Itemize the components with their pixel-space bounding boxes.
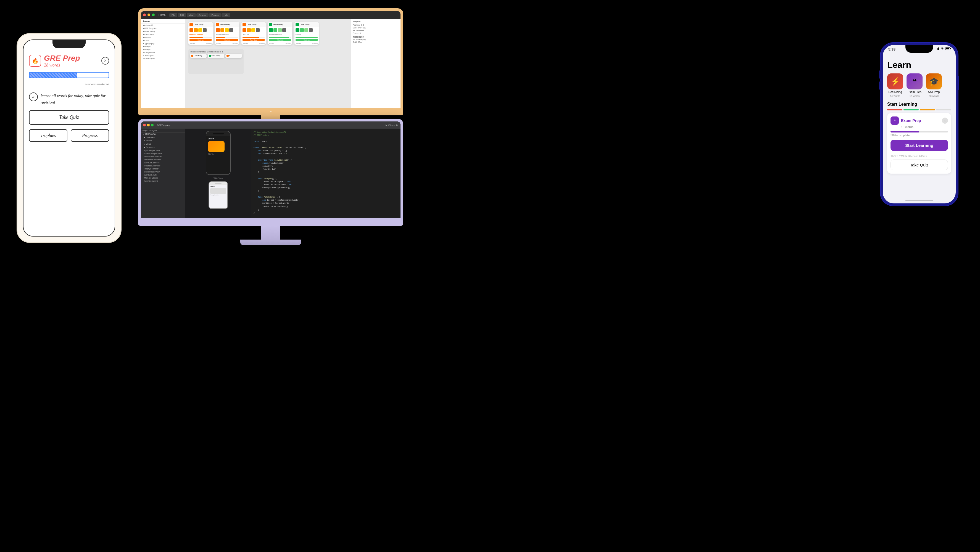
- xcode-nav-item[interactable]: LearnViewController: [141, 155, 185, 158]
- right-panel-weight: Bold, 32px: [353, 41, 399, 43]
- seg-red: [887, 109, 902, 110]
- imac-bottom-base: [240, 240, 301, 245]
- sketch-check-icon: ✓: [29, 92, 38, 101]
- xcode-nav-item[interactable]: AppDelegate.swift: [141, 149, 185, 152]
- code-blank: [254, 137, 398, 140]
- imac-chin-dot: [270, 111, 272, 112]
- xcode-project-name: GREPrepApp: [157, 124, 170, 127]
- xcode-nav-item[interactable]: Assets.xcassets: [141, 179, 185, 182]
- xcode-nav-item[interactable]: Main.storyboard: [141, 176, 185, 179]
- status-icons: [936, 47, 950, 50]
- figma-layer-item: • Cards View: [141, 33, 185, 36]
- sketch-progress-bar: [29, 72, 109, 78]
- app-icon-sat-prep[interactable]: 🎓 SAT Prep 30 words: [926, 73, 942, 97]
- xcode-navigator: Project Navigator ▸ GREPrepApp ▸ Control…: [141, 128, 185, 218]
- sketch-trophies-button[interactable]: Trophies: [29, 129, 67, 142]
- figma-tab-edit[interactable]: Edit: [178, 13, 186, 17]
- progress-fill: [296, 37, 318, 38]
- xcode-nav-item[interactable]: WordListController: [141, 161, 185, 164]
- figma-layer-item: • Artboard 1: [141, 24, 185, 27]
- code-close-2: }: [254, 190, 398, 193]
- xcode-nav-item[interactable]: CustomTableView: [141, 170, 185, 173]
- battery-nub: [950, 48, 951, 49]
- sketch-message-text: learnt all words for today, take quiz fo…: [41, 92, 109, 106]
- right-panel-text-header: Typography: [353, 36, 399, 38]
- icon-2: [220, 28, 224, 32]
- figma-tab-plugins[interactable]: Plugins: [209, 13, 221, 17]
- figma-tab-view[interactable]: View: [187, 13, 196, 17]
- red-rising-icon[interactable]: ⚡: [887, 73, 903, 89]
- learn-card-percent: 50% complete: [891, 133, 948, 137]
- xcode-nav-item[interactable]: TrophyController: [141, 167, 185, 170]
- mini-btn-2[interactable]: Take Quiz: [216, 39, 238, 41]
- figma-card-1-icon: [189, 23, 193, 26]
- code-blank-2: [254, 143, 398, 146]
- xcode-nav-item[interactable]: ▸ GREPrepApp: [141, 132, 185, 136]
- mini-btn-5[interactable]: Continue: [296, 39, 318, 41]
- figma-layer-item: • Typography: [141, 42, 185, 45]
- xcode-nav-item[interactable]: ProgressController: [141, 164, 185, 167]
- xcode-nav-item[interactable]: ▸ Controllers: [141, 136, 185, 139]
- sketch-progress-button[interactable]: Progress: [71, 129, 109, 142]
- traffic-light-yellow[interactable]: [148, 14, 150, 16]
- xcode-tl-yellow[interactable]: [147, 124, 150, 127]
- code-fetch-3: tableView.reloadData(): [254, 205, 398, 208]
- imac-top-unit: Figma File Edit View Arrange Plugins Hel…: [135, 8, 406, 135]
- xcode-nav-item[interactable]: ▸ Models: [141, 139, 185, 143]
- red-rising-label: Red Rising: [889, 90, 902, 94]
- figma-tab-help[interactable]: Help: [221, 13, 231, 17]
- sat-prep-icon[interactable]: 🎓: [926, 73, 942, 89]
- mini-footer: Trophies Progress: [215, 42, 239, 45]
- sketch-header: 🔥 GRE Prep 28 words ×: [29, 54, 109, 68]
- traffic-light-red[interactable]: [143, 14, 146, 16]
- imac-bottom-screen: GREPrepApp ▶ iPhone 14 Project Navigator…: [141, 121, 401, 218]
- xcode-nav-item[interactable]: QuizViewController: [141, 158, 185, 161]
- code-super: super.viewDidLoad(): [254, 162, 398, 165]
- mini-btn-3[interactable]: Take Quiz: [242, 39, 265, 41]
- learn-card-subtitle: 18 words: [891, 125, 948, 128]
- iphone-wrapper: 5:38: [881, 43, 958, 206]
- app-icon-red-rising[interactable]: ⚡ Red Rising 51 words: [887, 73, 903, 97]
- sketch-close-btn[interactable]: ×: [101, 57, 109, 65]
- take-quiz-button[interactable]: Take Quiz: [891, 160, 948, 170]
- figma-tab-arrange[interactable]: Arrange: [196, 13, 208, 17]
- figma-tab-file[interactable]: File: [169, 13, 177, 17]
- xcode-run-btn[interactable]: ▶: [386, 124, 387, 127]
- xcode-tl-green[interactable]: [151, 124, 154, 127]
- code-var-2: var currentIndex: Int = 0: [254, 152, 398, 155]
- imac-bottom-bezel: GREPrepApp ▶ iPhone 14 Project Navigator…: [138, 119, 403, 218]
- svg-rect-2: [937, 48, 938, 50]
- xcode-code-editor[interactable]: // LearnViewController.swift // GREPrepA…: [251, 128, 401, 218]
- learn-card-header: ❝ Exam Prep ×: [891, 116, 948, 125]
- trophies: Trophies: [269, 43, 274, 44]
- seg-yellow: [920, 109, 935, 110]
- xcode-nav-item[interactable]: ▸ Views: [141, 143, 185, 146]
- app-icon-exam-prep[interactable]: ❝ Exam Prep 18 words: [907, 73, 923, 97]
- exam-prep-symbol: ❝: [913, 77, 917, 86]
- panel-card-3: L...: [225, 54, 242, 58]
- iphone-volume-up: [879, 70, 881, 79]
- signal-icon: [936, 48, 939, 50]
- xcode-nav-item[interactable]: SceneDelegate.swift: [141, 152, 185, 155]
- iphone-content: Learn ⚡ Red Rising 51 words ❝ Exa: [883, 57, 956, 203]
- learn-card-close-btn[interactable]: ×: [942, 117, 948, 124]
- traffic-light-green[interactable]: [152, 14, 155, 16]
- sketch-bottom-buttons: Trophies Progress: [29, 129, 109, 142]
- figma-layers-header: Layers: [141, 19, 185, 24]
- exam-prep-icon[interactable]: ❝: [907, 73, 923, 89]
- xcode-tl-red[interactable]: [143, 124, 146, 127]
- xcode-nav-item[interactable]: WordCell.swift: [141, 173, 185, 176]
- start-learning-button[interactable]: Start Learning: [891, 140, 948, 151]
- mini-btn[interactable]: Continue: [189, 39, 212, 41]
- sketch-quiz-button[interactable]: Take Quiz: [29, 110, 109, 125]
- progress-bars: [887, 109, 951, 110]
- figma-card-5-body: Continue: [294, 33, 319, 36]
- preview-subtitle: Table View: [208, 153, 228, 155]
- sketch-title: GRE Prep: [44, 54, 80, 63]
- phone-preview-dark: Learn Table View: [206, 131, 231, 175]
- sat-prep-label: SAT Prep: [928, 90, 940, 94]
- figma-layer-item: • Color Styles: [141, 57, 185, 60]
- mini-btn-4[interactable]: Take Quiz: [269, 39, 291, 41]
- figma-card-5-icon: [296, 23, 299, 26]
- xcode-nav-item[interactable]: ▸ Resources: [141, 146, 185, 149]
